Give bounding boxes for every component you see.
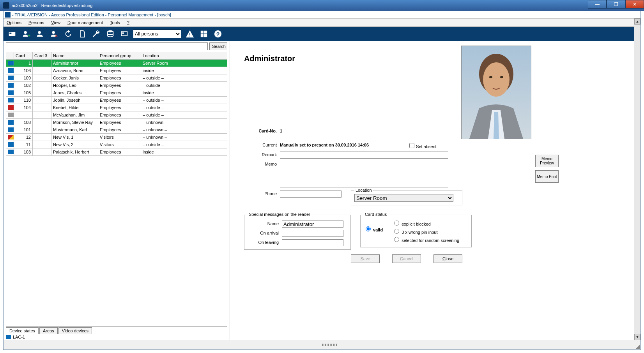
close-button[interactable]: Close xyxy=(433,254,462,263)
refresh-icon[interactable] xyxy=(63,28,74,39)
svg-point-7 xyxy=(108,30,113,33)
badge-icon[interactable] xyxy=(119,28,130,39)
maximize-button[interactable]: ❐ xyxy=(607,0,625,9)
set-absent-label: Set absent xyxy=(416,144,437,149)
status-icon xyxy=(8,98,14,102)
tab-video[interactable]: Video devices xyxy=(58,327,92,334)
app-icon xyxy=(5,12,11,18)
table-row[interactable]: 110Joplin, JosephEmployees– outside – xyxy=(6,97,227,104)
table-row[interactable]: 103Palatschik, HerbertEmployeesinside xyxy=(6,148,227,156)
table-row[interactable]: 109Cocker, JanisEmployees– outside – xyxy=(6,74,227,82)
minimize-button[interactable]: — xyxy=(588,0,607,9)
phone-label: Phone xyxy=(244,191,280,196)
sp-arrival-input[interactable] xyxy=(282,230,343,237)
close-window-button[interactable]: ✕ xyxy=(625,0,644,9)
table-row[interactable]: 1AdministratorEmployeesServer Room xyxy=(6,60,227,67)
status-icon xyxy=(8,120,14,125)
menu-door[interactable]: Door management xyxy=(67,20,103,25)
scroll-down-icon[interactable]: ▼ xyxy=(634,334,640,340)
menu-persons[interactable]: Persons xyxy=(28,20,44,25)
status-icon xyxy=(8,127,14,132)
sp-name-input[interactable] xyxy=(282,221,343,228)
menu-help[interactable]: ? xyxy=(127,20,129,25)
vertical-scrollbar[interactable]: ▲ ▼ xyxy=(634,18,640,340)
memo-preview-button[interactable]: Memo Preview xyxy=(535,155,559,167)
delete-person-icon[interactable]: × xyxy=(49,28,60,39)
table-row[interactable]: 108Morrison, Stevie RayEmployees– unknow… xyxy=(6,119,227,126)
person-filter-select[interactable]: All persons xyxy=(133,30,181,38)
table-row[interactable]: 106Aznavour, BrianEmployeesinside xyxy=(6,67,227,74)
svg-point-22 xyxy=(500,76,503,78)
card-icon[interactable] xyxy=(7,28,18,39)
resize-grip-icon[interactable] xyxy=(636,345,640,349)
status-icon xyxy=(8,90,14,95)
memo-textarea[interactable] xyxy=(280,161,448,187)
col-name[interactable]: Name xyxy=(51,52,98,60)
col-loc[interactable]: Location xyxy=(141,52,227,60)
wrench-icon[interactable] xyxy=(91,28,102,39)
svg-point-20 xyxy=(483,62,510,97)
wrongpin-radio[interactable] xyxy=(394,229,399,234)
lac-label[interactable]: LAC-1 xyxy=(13,335,25,339)
current-value: Manually set to present on 30.09.2016 14… xyxy=(280,142,369,147)
current-label: Current xyxy=(244,142,280,147)
blocked-radio[interactable] xyxy=(394,221,399,226)
help-icon[interactable]: ? xyxy=(212,28,223,39)
set-absent-checkbox[interactable] xyxy=(409,143,414,148)
memo-print-button[interactable]: Memo Print xyxy=(535,170,559,183)
table-row[interactable]: 104Knebel, HildeEmployees– outside – xyxy=(6,104,227,111)
table-row[interactable]: 11New Vis, 2Visitors– outside – xyxy=(6,141,227,148)
splitter-grip[interactable] xyxy=(322,344,338,346)
warning-icon[interactable] xyxy=(184,28,195,39)
status-icon xyxy=(8,83,14,88)
phone-input[interactable] xyxy=(280,191,341,198)
screening-radio[interactable] xyxy=(394,237,399,242)
svg-text:×: × xyxy=(55,33,58,38)
table-row[interactable]: McVaughan, JimEmployees– outside – xyxy=(6,111,227,119)
svg-rect-15 xyxy=(204,34,207,37)
svg-point-21 xyxy=(489,76,492,78)
svg-rect-9 xyxy=(122,32,124,34)
menu-options[interactable]: Options xyxy=(7,20,21,25)
document-icon[interactable] xyxy=(77,28,88,39)
search-button[interactable]: Search xyxy=(209,42,227,50)
table-row[interactable]: 12New Vis, 1Visitors– unknown – xyxy=(6,134,227,141)
status-icon xyxy=(8,105,14,110)
location-legend: Location xyxy=(354,188,373,192)
rdp-titlebar: ac3x0052un2 - Remotedesktopverbindung — … xyxy=(0,0,644,11)
sp-arrival-label: On arrival xyxy=(248,230,282,235)
col-pg[interactable]: Personnel group xyxy=(98,52,141,60)
status-icon xyxy=(8,76,14,80)
svg-text:+: + xyxy=(28,33,30,38)
valid-radio[interactable] xyxy=(366,226,371,231)
search-input[interactable] xyxy=(6,42,208,50)
tab-device-states[interactable]: Device states xyxy=(6,327,39,334)
add-person-icon[interactable]: + xyxy=(21,28,32,39)
cancel-button[interactable]: Cancel xyxy=(392,254,421,263)
sp-leaving-input[interactable] xyxy=(282,239,343,246)
sp-name-label: Name xyxy=(248,221,282,226)
edit-person-icon[interactable] xyxy=(35,28,46,39)
scroll-up-icon[interactable]: ▲ xyxy=(634,18,640,25)
table-row[interactable]: 102Hooper, LeoEmployees– outside – xyxy=(6,82,227,89)
person-photo xyxy=(461,46,531,139)
svg-point-2 xyxy=(24,31,27,34)
col-icon[interactable] xyxy=(6,52,14,60)
table-row[interactable]: 101Mustermann, KarlEmployees– unknown – xyxy=(6,126,227,134)
menu-tools[interactable]: Tools xyxy=(110,20,120,25)
col-card3[interactable]: Card 3 xyxy=(33,52,51,60)
svg-rect-10 xyxy=(189,33,190,35)
card-no-label: Card-No. xyxy=(244,128,280,133)
tab-areas[interactable]: Areas xyxy=(39,327,58,334)
remark-input[interactable] xyxy=(280,152,448,159)
grid-icon[interactable] xyxy=(198,28,209,39)
remark-label: Remark xyxy=(244,152,280,157)
status-icon xyxy=(8,113,14,117)
database-icon[interactable] xyxy=(105,28,116,39)
location-select[interactable]: Server Room xyxy=(354,194,453,202)
save-button[interactable]: Save xyxy=(351,254,380,263)
menu-view[interactable]: View xyxy=(51,20,60,25)
status-icon xyxy=(8,61,14,65)
table-row[interactable]: 105Jones, CharlesEmployeesinside xyxy=(6,89,227,97)
col-card[interactable]: Card xyxy=(14,52,33,60)
